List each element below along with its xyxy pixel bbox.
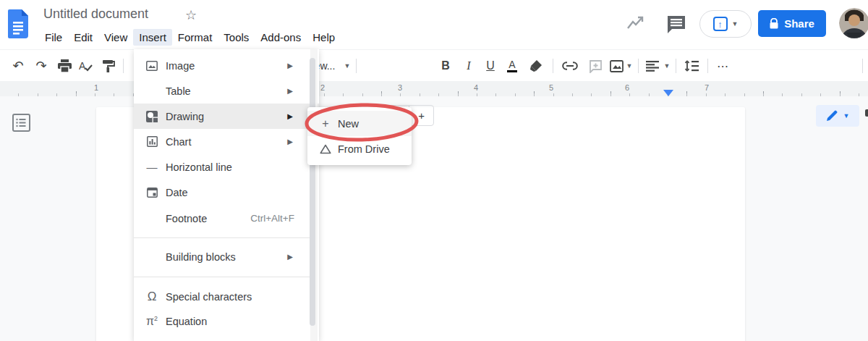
print-icon xyxy=(58,59,72,72)
google-docs-logo[interactable] xyxy=(8,9,28,38)
submenu-item-label: From Drive xyxy=(338,143,390,155)
insert-menu-item-special-characters[interactable]: Ω Special characters xyxy=(134,284,319,309)
menu-divider xyxy=(134,237,310,238)
menu-item-label: Chart xyxy=(166,136,191,148)
insert-menu-item-equation[interactable]: π2 Equation xyxy=(134,308,319,334)
insert-menu-item-building-blocks[interactable]: Building blocks ▶ xyxy=(134,244,319,269)
menu-help[interactable]: Help xyxy=(307,29,341,46)
redo-button[interactable]: ↷ xyxy=(30,50,52,82)
image-icon xyxy=(610,60,624,72)
insert-menu-item-chart[interactable]: Chart ▶ xyxy=(134,129,319,154)
menu-item-label: Horizontal line xyxy=(166,161,232,173)
insert-menu-item-image[interactable]: Image ▶ xyxy=(134,53,319,78)
toolbar-divider xyxy=(553,59,553,73)
ruler-number: 1 xyxy=(94,83,98,92)
align-left-icon xyxy=(646,61,659,72)
hidden-toolbar-icon xyxy=(865,109,868,117)
highlighter-icon xyxy=(529,59,542,72)
menu-scrollbar-track[interactable] xyxy=(310,49,318,341)
ruler-number: 3 xyxy=(398,83,402,92)
toolbar: ↶ ↷ A ew... ▼ − 12 + B xyxy=(0,49,868,81)
spellcheck-button[interactable]: A xyxy=(75,50,97,82)
undo-icon: ↶ xyxy=(12,58,23,74)
submenu-arrow-icon: ▶ xyxy=(287,138,293,146)
document-area xyxy=(0,96,868,341)
present-arrow-icon: ↑ xyxy=(713,17,728,31)
share-label: Share xyxy=(784,17,814,30)
ruler-number: 7 xyxy=(705,83,709,92)
svg-text:A: A xyxy=(79,60,86,72)
insert-menu-item-table[interactable]: Table ▶ xyxy=(134,78,319,104)
menu-edit[interactable]: Edit xyxy=(68,29,98,46)
toolbar-divider xyxy=(123,59,124,73)
show-outline-button[interactable] xyxy=(12,114,30,132)
ruler-number: 2 xyxy=(320,83,325,92)
underline-button[interactable]: U xyxy=(480,50,501,82)
align-button[interactable] xyxy=(642,50,663,82)
right-indent-marker[interactable] xyxy=(663,90,673,96)
undo-button[interactable]: ↶ xyxy=(7,50,29,82)
pencil-icon xyxy=(826,110,838,122)
plus-icon: + xyxy=(319,117,332,130)
menu-item-label: Drawing xyxy=(166,111,204,122)
menu-addons[interactable]: Add-ons xyxy=(255,29,307,46)
ruler[interactable]: 1 2 3 4 5 6 7 xyxy=(0,81,868,96)
drive-icon xyxy=(319,144,332,154)
drawing-icon xyxy=(145,111,159,122)
menu-insert[interactable]: Insert xyxy=(133,29,172,46)
line-spacing-button[interactable] xyxy=(680,50,703,82)
toolbar-divider xyxy=(638,59,639,73)
italic-button[interactable]: I xyxy=(459,50,479,82)
drawing-submenu: + New From Drive xyxy=(307,107,412,165)
equation-icon: π2 xyxy=(145,315,159,328)
add-comment-icon xyxy=(589,59,603,73)
user-avatar[interactable] xyxy=(839,8,868,38)
align-caret-icon[interactable]: ▼ xyxy=(661,50,673,82)
insert-menu-item-footnote[interactable]: Footnote Ctrl+Alt+F xyxy=(134,206,319,231)
font-size-increase-button[interactable]: + xyxy=(409,106,433,125)
insert-image-caret-icon[interactable]: ▼ xyxy=(624,50,635,82)
comment-history-icon[interactable] xyxy=(665,14,687,35)
paint-format-button[interactable] xyxy=(97,50,119,82)
omega-icon: Ω xyxy=(145,290,159,304)
line-spacing-icon xyxy=(684,60,699,72)
submenu-arrow-icon: ▶ xyxy=(287,87,293,95)
bold-button[interactable]: B xyxy=(435,50,456,82)
submenu-arrow-icon: ▶ xyxy=(287,253,293,261)
insert-menu-item-drawing[interactable]: Drawing ▶ xyxy=(134,104,319,129)
menu-item-label: Date xyxy=(166,187,188,198)
submenu-item-from-drive[interactable]: From Drive xyxy=(307,136,412,161)
text-color-button[interactable]: A xyxy=(502,50,522,82)
insert-link-button[interactable] xyxy=(558,50,582,82)
paint-format-icon xyxy=(101,59,115,73)
add-comment-button[interactable] xyxy=(584,50,606,82)
document-title[interactable]: Untitled document xyxy=(43,7,148,22)
insert-menu-item-date[interactable]: Date xyxy=(134,180,319,205)
insert-menu-item-horizontal-line[interactable]: — Horizontal line xyxy=(134,154,319,180)
menu-item-label: Equation xyxy=(166,316,207,327)
activity-trend-icon[interactable] xyxy=(625,14,647,33)
editing-mode-button[interactable]: ▼ xyxy=(816,105,859,127)
menu-item-label: Special characters xyxy=(166,291,252,303)
text-color-swatch xyxy=(507,70,517,72)
highlight-color-button[interactable] xyxy=(525,50,547,82)
redo-icon: ↷ xyxy=(35,58,46,74)
font-family-caret-icon[interactable]: ▼ xyxy=(341,50,353,82)
print-button[interactable] xyxy=(54,50,75,82)
spellcheck-icon: A xyxy=(79,59,93,73)
menu-item-label: Table xyxy=(166,85,191,97)
present-button[interactable]: ↑ ▼ xyxy=(699,10,752,38)
toolbar-divider xyxy=(676,59,676,73)
menu-file[interactable]: File xyxy=(39,29,68,46)
menu-item-label: Image xyxy=(166,60,195,72)
more-options-button[interactable]: ⋯ xyxy=(712,50,735,82)
submenu-item-new[interactable]: + New xyxy=(307,111,412,136)
star-icon[interactable]: ☆ xyxy=(185,7,197,23)
menu-scrollbar-thumb[interactable] xyxy=(310,58,315,326)
menu-item-label: Footnote xyxy=(166,213,207,224)
menu-view[interactable]: View xyxy=(98,29,133,46)
menu-format[interactable]: Format xyxy=(172,29,218,46)
menu-tools[interactable]: Tools xyxy=(218,29,255,46)
share-button[interactable]: Share xyxy=(758,10,826,37)
lock-icon xyxy=(770,18,778,29)
